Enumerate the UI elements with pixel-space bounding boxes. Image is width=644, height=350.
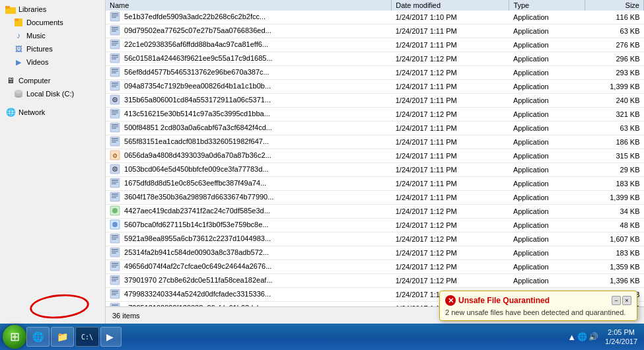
file-date: 1/24/2017 1:12 PM bbox=[392, 52, 509, 66]
file-name-text: 500f84851 2cd803a0a6cabf67a3cf6842f4cd..… bbox=[124, 123, 272, 131]
table-row[interactable]: 22c1e02938356af6ffdd88ba4ac97ca81eff6...… bbox=[106, 38, 644, 52]
sidebar-label-music: Music bbox=[26, 32, 46, 40]
file-name-text: 5607bca0fd627115b14c1f3b0f53e759bc8e... bbox=[124, 221, 268, 228]
file-name: e799513192899f129332a96cfda61b63dcbc... bbox=[106, 302, 392, 307]
table-row[interactable]: 094a87354c7192b9eea00826d4b1a1c1b0b... 1… bbox=[106, 80, 644, 94]
svg-rect-72 bbox=[112, 263, 118, 264]
sidebar-item-videos[interactable]: ▶ Videos bbox=[0, 55, 105, 69]
svg-rect-21 bbox=[112, 57, 118, 58]
file-date: 1/24/2017 1:11 PM bbox=[392, 80, 509, 94]
sidebar-item-music[interactable]: ♪ Music bbox=[0, 29, 105, 42]
file-size: 1,359 KB bbox=[585, 260, 643, 274]
taskbar-cmd[interactable]: C:\ bbox=[75, 327, 99, 347]
file-size: 63 KB bbox=[585, 122, 643, 135]
svg-rect-1 bbox=[5, 6, 10, 9]
file-name: 25314fa2b941c584de00903a8c378adb572... bbox=[106, 246, 392, 260]
taskbar-ie[interactable]: 🌐 bbox=[26, 327, 50, 347]
sidebar-item-documents[interactable]: Documents bbox=[0, 16, 105, 29]
notification-close-btn[interactable]: × bbox=[622, 296, 631, 305]
table-row[interactable]: 565f83151ea1cadcf081bd3326051982f647... … bbox=[106, 135, 644, 149]
file-name-text: 25314fa2b941c584de00903a8c378adb572... bbox=[124, 248, 269, 256]
file-type: Application bbox=[509, 66, 585, 80]
file-size: 1,396 KB bbox=[585, 274, 643, 288]
file-type: Application bbox=[509, 191, 585, 205]
table-row[interactable]: 315b65a806001cd84a553172911a06c5371... 1… bbox=[106, 94, 644, 108]
start-button[interactable]: ⊞ bbox=[3, 325, 26, 349]
file-date: 1/24/2017 1:11 PM bbox=[392, 122, 509, 135]
table-row[interactable]: 5e1b37edfde5909a3adc22b268c6c2b2fcc... 1… bbox=[106, 11, 644, 24]
table-row[interactable]: 49656d074f4af2c7cfcae0c649c24644a2676...… bbox=[106, 260, 644, 274]
table-row[interactable]: 37901970 27cb8e62dc0e511fa58cea182eaf...… bbox=[106, 274, 644, 288]
file-date: 1/24/2017 1:12 PM bbox=[392, 232, 509, 246]
file-name-text: 1053bcd064e5d450bbfcfe009ce3fa77783d... bbox=[124, 165, 268, 173]
table-row[interactable]: 25314fa2b941c584de00903a8c378adb572... 1… bbox=[106, 246, 644, 260]
file-icon: ⚙ bbox=[110, 154, 120, 162]
table-row[interactable]: 1675dfd8d8d51e0c85c63eeffbc387f49a74... … bbox=[106, 177, 644, 191]
file-date: 1/24/2017 1:12 PM bbox=[392, 108, 509, 122]
svg-rect-65 bbox=[112, 237, 118, 238]
notification-minimize-btn[interactable]: − bbox=[612, 296, 621, 305]
table-row[interactable]: 1053bcd064e5d450bbfcfe009ce3fa77783d... … bbox=[106, 163, 644, 177]
file-name-text: 56ef8dd4577b5465313762e96be670a387c... bbox=[124, 68, 269, 76]
col-header-size[interactable]: Size bbox=[585, 0, 643, 11]
svg-rect-16 bbox=[112, 41, 118, 42]
svg-rect-76 bbox=[112, 277, 118, 278]
tray-icons: ▲ 🌐 🔊 bbox=[567, 332, 598, 342]
taskbar-media[interactable]: ▶ bbox=[100, 327, 122, 347]
file-size: 315 KB bbox=[585, 149, 643, 163]
file-type: Application bbox=[509, 122, 585, 135]
table-row[interactable]: 4427aec419cdab23741f2ac24c70df585e3d... … bbox=[106, 205, 644, 219]
tray-sound-icon[interactable]: 🔊 bbox=[589, 332, 598, 341]
table-row[interactable]: 500f84851 2cd803a0a6cabf67a3cf6842f4cd..… bbox=[106, 122, 644, 135]
file-icon bbox=[110, 223, 120, 231]
file-date: 1/24/2017 1:12 PM bbox=[392, 246, 509, 260]
sidebar-label-pictures: Pictures bbox=[26, 45, 53, 53]
col-header-type[interactable]: Type bbox=[509, 0, 585, 11]
taskbar-folder[interactable]: 📁 bbox=[51, 327, 74, 347]
sidebar-item-libraries[interactable]: Libraries bbox=[0, 3, 105, 16]
sidebar-item-network[interactable]: 🌐 Network bbox=[0, 106, 105, 119]
file-size: 183 KB bbox=[585, 177, 643, 191]
col-header-date[interactable]: Date modified bbox=[392, 0, 509, 11]
file-type: Application bbox=[509, 11, 585, 24]
file-type: Application bbox=[509, 177, 585, 191]
clock: 2:05 PM 1/24/2017 bbox=[605, 328, 637, 347]
svg-rect-64 bbox=[112, 235, 118, 236]
file-type: Application bbox=[509, 149, 585, 163]
main-area: Libraries Documents ♪ Music 🖼 Pictures ▶… bbox=[0, 0, 644, 324]
table-row[interactable]: 5921a98ea8955a6cb73612c2237d1044983... 1… bbox=[106, 232, 644, 246]
table-row[interactable]: 56ef8dd4577b5465313762e96be670a387c... 1… bbox=[106, 66, 644, 80]
svg-rect-9 bbox=[112, 15, 118, 17]
sidebar-item-pictures[interactable]: 🖼 Pictures bbox=[0, 42, 105, 55]
table-row[interactable]: 56c01581a424463f9621ee9c55a17c9d1685... … bbox=[106, 52, 644, 66]
table-row[interactable]: 5607bca0fd627115b14c1f3b0f53e759bc8e... … bbox=[106, 219, 644, 232]
file-icon bbox=[110, 71, 120, 79]
file-date: 1/24/2017 1:11 PM bbox=[392, 94, 509, 108]
file-name-text: 56c01581a424463f9621ee9c55a17c9d1685... bbox=[124, 54, 273, 62]
table-row[interactable]: 3604f178e350b36a298987d6633674b77990... … bbox=[106, 191, 644, 205]
file-name-text: 22c1e02938356af6ffdd88ba4ac97ca81eff6... bbox=[124, 40, 268, 48]
svg-rect-18 bbox=[112, 45, 116, 46]
notification-title: Unsafe File Quarantined bbox=[458, 296, 550, 305]
table-row[interactable]: 413c516215e30b5141c97a35c3995cd1bba... 1… bbox=[106, 108, 644, 122]
file-list-container[interactable]: Name Date modified Type Size 5e1b37edfde… bbox=[106, 0, 644, 306]
table-row[interactable]: 09d79502ea77625c07e27b75aa0766836ed... 1… bbox=[106, 24, 644, 38]
svg-rect-3 bbox=[15, 18, 18, 21]
file-name-text: 3604f178e350b36a298987d6633674b77990... bbox=[124, 193, 273, 201]
sidebar-item-computer[interactable]: 🖥 Computer bbox=[0, 74, 105, 87]
file-name: 22c1e02938356af6ffdd88ba4ac97ca81eff6... bbox=[106, 38, 392, 52]
tray-arrow-icon[interactable]: ▲ bbox=[567, 332, 576, 342]
sidebar-item-localdisk[interactable]: Local Disk (C:) bbox=[0, 87, 105, 100]
file-name-text: 315b65a806001cd84a553172911a06c5371... bbox=[124, 96, 271, 104]
file-date: 1/24/2017 1:11 PM bbox=[392, 24, 509, 38]
file-icon bbox=[110, 182, 120, 190]
svg-rect-43 bbox=[112, 138, 118, 139]
file-size: 240 KB bbox=[585, 94, 643, 108]
svg-rect-40 bbox=[112, 126, 118, 127]
notif-title-row: ✕ Unsafe File Quarantined bbox=[445, 295, 550, 306]
file-type: Application bbox=[509, 260, 585, 274]
sidebar-label-videos: Videos bbox=[26, 58, 48, 66]
sidebar-label-libraries: Libraries bbox=[18, 5, 46, 13]
col-header-name[interactable]: Name bbox=[106, 0, 392, 11]
table-row[interactable]: ⚙ 0656da9a4808d4393039a0d6a70a87b36c2...… bbox=[106, 149, 644, 163]
